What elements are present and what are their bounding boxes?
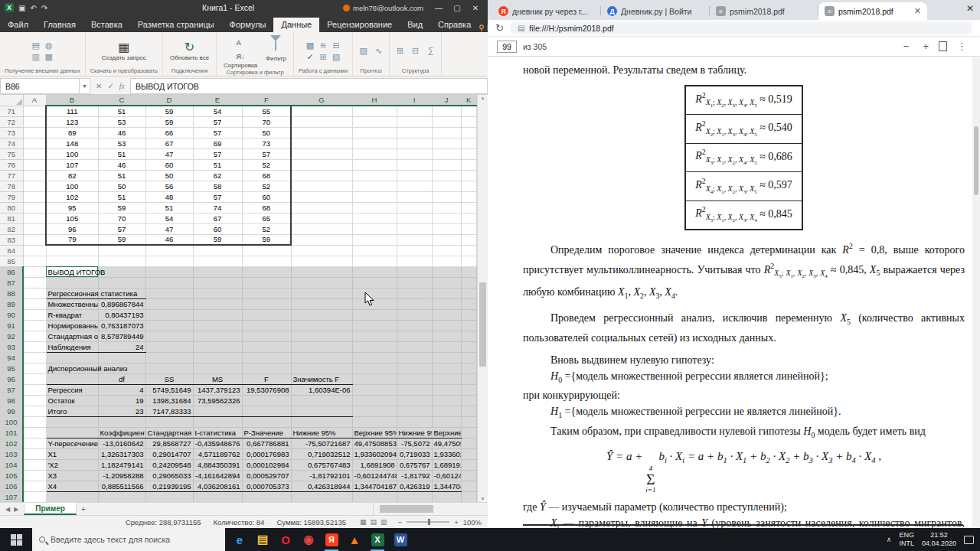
col-header-H[interactable]: H (352, 95, 397, 106)
cell-F85[interactable] (242, 256, 291, 266)
text-to-columns-icon[interactable]: ▩ (304, 41, 315, 51)
cell-J75[interactable] (432, 148, 461, 159)
cell-D99[interactable]: 7147,83333 (145, 406, 193, 416)
cell-E103[interactable]: 4,571189762 (193, 448, 242, 459)
row-header-71[interactable]: 71 (0, 106, 23, 116)
cell-E79[interactable]: 57 (193, 191, 242, 202)
zoom-out-icon[interactable]: − (900, 41, 913, 52)
cell-A90[interactable] (23, 309, 46, 320)
tab-formulas[interactable]: Формулы (222, 18, 274, 32)
cell-F88[interactable] (242, 288, 291, 298)
zoom-slider[interactable] (407, 521, 449, 523)
cell-H105[interactable]: -0,601244748 (352, 470, 397, 481)
cell-J89[interactable] (432, 298, 461, 309)
subtotal-icon[interactable]: ∑ (425, 46, 436, 56)
cell-A87[interactable] (23, 277, 46, 288)
cell-B91[interactable]: Нормированный R-квадрат (46, 320, 98, 331)
cell-G102[interactable]: -75,50721687 (291, 438, 352, 448)
cell-J79[interactable] (432, 191, 461, 202)
cell-K87[interactable] (461, 277, 477, 288)
row-header-94[interactable]: 94 (0, 352, 23, 363)
cell-B88[interactable]: Регрессионная статистика (46, 288, 98, 298)
cell-C102[interactable]: -13,0160642 (98, 438, 145, 448)
cell-K98[interactable] (461, 395, 477, 406)
cell-E87[interactable] (193, 277, 242, 288)
cell-J84[interactable] (432, 245, 461, 256)
row-header-99[interactable]: 99 (0, 406, 23, 416)
cell-B100[interactable] (46, 416, 98, 427)
cell-A89[interactable] (23, 298, 46, 309)
cell-B79[interactable]: 102 (46, 191, 98, 202)
url-field[interactable]: ▤ file:///H:/psmim2018.pdf (510, 21, 972, 34)
cell-A99[interactable] (23, 406, 46, 416)
cell-G97[interactable]: 1,60394E-06 (291, 384, 352, 395)
cell-J81[interactable] (432, 213, 461, 223)
zoom-in-icon[interactable]: + (919, 41, 933, 52)
cell-B90[interactable]: R-квадрат (46, 309, 98, 320)
vertical-scrollbar[interactable]: ▲ ▼ (477, 95, 488, 502)
cell-H72[interactable] (352, 116, 397, 127)
cell-K92[interactable] (461, 331, 477, 341)
cell-G90[interactable] (291, 309, 352, 320)
select-all-corner[interactable] (0, 95, 23, 106)
cell-F75[interactable]: 57 (242, 148, 291, 159)
cell-H93[interactable] (352, 341, 397, 352)
cell-B107[interactable] (46, 491, 98, 502)
cell-C77[interactable]: 51 (98, 170, 145, 181)
cell-B102[interactable]: Y-пересечение (46, 438, 98, 448)
cell-H99[interactable] (352, 406, 397, 416)
cell-D78[interactable]: 56 (145, 181, 193, 191)
cell-I90[interactable] (397, 309, 432, 320)
zoom-in-icon[interactable]: + (454, 518, 459, 527)
zoom-handle[interactable] (428, 519, 430, 525)
cell-F102[interactable]: 0,667786881 (242, 438, 291, 448)
cell-H91[interactable] (352, 320, 397, 331)
tab-view[interactable]: Вид (400, 18, 430, 32)
tab-help[interactable]: Справка (430, 18, 479, 32)
cell-J91[interactable] (432, 320, 461, 331)
assistant-button[interactable]: ⚲Помощник (479, 23, 488, 32)
cell-K83[interactable] (461, 234, 477, 245)
cell-H100[interactable] (352, 416, 397, 427)
cell-D73[interactable]: 66 (145, 127, 193, 138)
cell-F73[interactable]: 50 (242, 127, 291, 138)
cell-A80[interactable] (23, 202, 46, 213)
cell-F100[interactable] (242, 416, 291, 427)
cell-F96[interactable]: F (242, 373, 291, 384)
cell-C83[interactable]: 59 (98, 234, 145, 245)
cell-A101[interactable] (23, 427, 46, 438)
cell-B86[interactable]: ВЫВОД ИТОГОВ (46, 266, 98, 277)
cell-C103[interactable]: 1,326317303 (98, 448, 145, 459)
cell-C89[interactable]: 0,896867844 (98, 298, 145, 309)
cell-H96[interactable] (352, 373, 397, 384)
cell-B75[interactable]: 100 (46, 148, 98, 159)
cell-E97[interactable]: 1437,379123 (193, 384, 242, 395)
cell-J73[interactable] (432, 127, 461, 138)
cell-K94[interactable] (461, 352, 477, 363)
cell-A96[interactable] (23, 373, 46, 384)
from-web-icon[interactable]: ◍ (43, 41, 54, 51)
cell-J96[interactable] (432, 373, 461, 384)
cell-I87[interactable] (397, 277, 432, 288)
cell-E91[interactable] (193, 320, 242, 331)
cell-E74[interactable]: 69 (193, 138, 242, 148)
row-header-80[interactable]: 80 (0, 202, 23, 213)
cell-B97[interactable]: Регрессия (46, 384, 98, 395)
cell-K106[interactable] (461, 481, 477, 491)
forecast-sheet-icon[interactable]: ∿ (373, 46, 384, 56)
cell-I73[interactable] (397, 127, 432, 138)
cell-K99[interactable] (461, 406, 477, 416)
cell-K76[interactable] (461, 159, 477, 170)
sort-button[interactable]: АЯ↓ Сортировка (221, 34, 260, 69)
chrome-icon[interactable]: ◉ (297, 528, 320, 551)
cell-K78[interactable] (461, 181, 477, 191)
row-header-105[interactable]: 105 (0, 470, 23, 481)
col-header-B[interactable]: B (46, 95, 98, 106)
cell-I74[interactable] (397, 138, 432, 148)
cell-D88[interactable] (145, 288, 193, 298)
cell-I97[interactable] (397, 384, 432, 395)
col-header-K[interactable]: K (461, 95, 477, 106)
cell-K85[interactable] (461, 256, 477, 266)
cell-C94[interactable] (98, 352, 145, 363)
cell-F104[interactable]: 0,000102984 (242, 459, 291, 470)
